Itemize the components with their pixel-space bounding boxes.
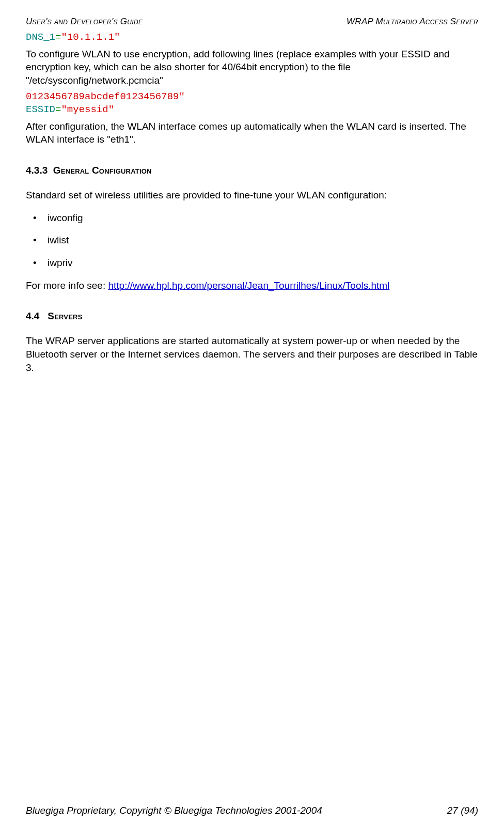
code-token-string: "10.1.1.1" (61, 32, 120, 43)
heading-number: 4.4 (26, 311, 39, 321)
paragraph-wlan-encryption: To configure WLAN to use encryption, add… (26, 48, 478, 87)
header-right: WRAP Multiradio Access Server (346, 17, 478, 27)
code-token-string: 0123456789abcdef0123456789" (26, 91, 185, 102)
list-item: iwlist (48, 234, 478, 247)
code-block-dns: DNS_1="10.1.1.1" (26, 31, 478, 44)
utilities-list: iwconfig iwlist iwpriv (26, 211, 478, 270)
more-info-prefix: For more info see: (26, 280, 108, 291)
heading-number: 4.3.3 (26, 165, 48, 176)
running-header: User's and Developer's Guide WRAP Multir… (26, 17, 478, 27)
paragraph-more-info: For more info see: http://www.hpl.hp.com… (26, 279, 478, 292)
code-token-var: DNS_1 (26, 32, 55, 43)
footer-right: 27 (94) (447, 805, 478, 816)
code-token-eq: = (55, 104, 61, 115)
paragraph-utilities: Standard set of wireless utilities are p… (26, 189, 478, 202)
page: User's and Developer's Guide WRAP Multir… (0, 0, 504, 837)
more-info-link[interactable]: http://www.hpl.hp.com/personal/Jean_Tour… (108, 280, 389, 291)
heading-title: Servers (48, 311, 82, 321)
footer-left: Bluegiga Proprietary, Copyright © Bluegi… (26, 805, 322, 816)
code-token-string: "myessid" (61, 104, 114, 115)
paragraph-servers: The WRAP server applications are started… (26, 334, 478, 374)
heading-title: General Configuration (53, 165, 152, 176)
heading-general-configuration: 4.3.3 General Configuration (26, 165, 478, 176)
code-token-var: ESSID (26, 104, 55, 115)
list-item: iwconfig (48, 211, 478, 225)
heading-servers: 4.4 Servers (26, 311, 478, 322)
header-left: User's and Developer's Guide (26, 17, 143, 27)
code-block-essid: 0123456789abcdef0123456789" ESSID="myess… (26, 90, 478, 117)
paragraph-after-config: After configuration, the WLAN interface … (26, 120, 478, 146)
running-footer: Bluegiga Proprietary, Copyright © Bluegi… (26, 805, 478, 816)
list-item: iwpriv (48, 256, 478, 270)
code-token-eq: = (55, 32, 61, 43)
